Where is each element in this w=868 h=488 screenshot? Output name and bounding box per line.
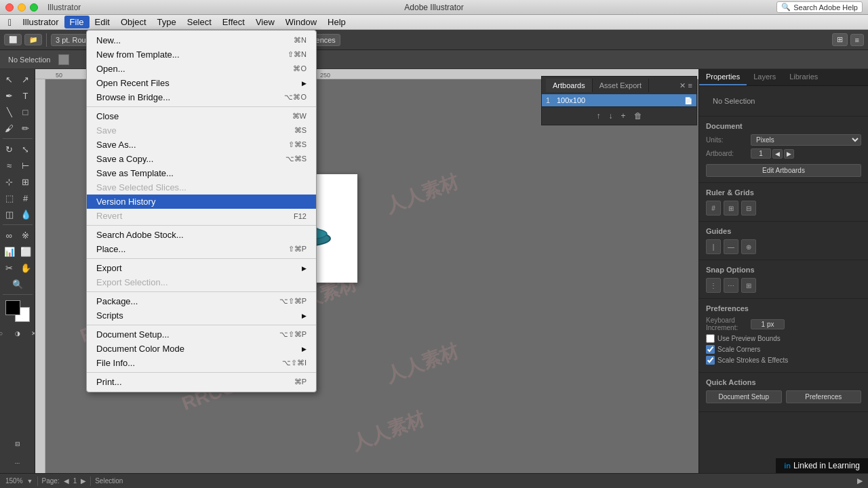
menu-item-print---[interactable]: Print...⌘P — [87, 375, 316, 389]
menu-item-version-history[interactable]: Version History — [87, 195, 316, 209]
shape-tool[interactable]: □ — [18, 104, 33, 119]
screen-mode-btn[interactable]: ⊟ — [10, 436, 25, 451]
move-up-btn[interactable]: ↑ — [593, 110, 603, 122]
pen-tool[interactable]: ✒ — [2, 88, 17, 103]
artboard-input[interactable] — [751, 148, 771, 159]
shape-builder-tool[interactable]: ⊞ — [18, 174, 33, 189]
artboard-next-btn[interactable]: ▶ — [784, 149, 794, 159]
menu-item-browse-in-bridge---[interactable]: Browse in Bridge...⌥⌘O — [87, 90, 316, 104]
menu-item-open-recent-files[interactable]: Open Recent Files▶ — [87, 76, 316, 90]
ruler-grid-icon-2[interactable]: ⊞ — [724, 201, 738, 216]
layers-tab[interactable]: Layers — [747, 69, 783, 85]
properties-tab[interactable]: Properties — [699, 69, 747, 85]
slice-tool[interactable]: ✂ — [2, 260, 17, 275]
menu-item-save-as---[interactable]: Save As...⇧⌘S — [87, 138, 316, 152]
guide-icon-2[interactable]: — — [724, 239, 738, 254]
menu-illustrator[interactable]: Illustrator — [17, 16, 64, 28]
scale-strokes-checkbox[interactable] — [706, 356, 715, 365]
menu-item-document-color-mode[interactable]: Document Color Mode▶ — [87, 342, 316, 356]
more-tools-btn[interactable]: ··· — [10, 455, 25, 470]
toolbar-open[interactable]: 📁 — [24, 34, 42, 45]
rotate-tool[interactable]: ↻ — [2, 142, 17, 157]
foreground-color-box[interactable] — [5, 300, 20, 315]
play-btn[interactable]: ▶ — [857, 476, 863, 485]
keyboard-increment-input[interactable] — [751, 319, 785, 329]
arrange-btn[interactable]: ⊞ — [832, 33, 848, 46]
panel-menu-btn[interactable]: ≡ — [688, 81, 692, 89]
snap-icon-3[interactable]: ⊞ — [741, 278, 756, 293]
gradient-mode-btn[interactable]: ◑ — [10, 326, 25, 341]
menu-help[interactable]: Help — [322, 16, 351, 28]
asset-export-tab[interactable]: Asset Export — [593, 79, 649, 92]
menu-window[interactable]: Window — [280, 16, 322, 28]
units-select[interactable]: Pixels — [751, 134, 861, 146]
menu-item-package---[interactable]: Package...⌥⇧⌘P — [87, 294, 316, 308]
menu-item-document-setup---[interactable]: Document Setup...⌥⇧⌘P — [87, 327, 316, 342]
blend-tool[interactable]: ∞ — [2, 228, 17, 243]
ruler-grid-icon-3[interactable]: ⊟ — [741, 201, 756, 216]
snap-icon-2[interactable]: ⋯ — [724, 278, 738, 293]
symbol-tool[interactable]: ※ — [18, 228, 33, 243]
line-tool[interactable]: ╲ — [2, 104, 17, 119]
menu-select[interactable]: Select — [182, 16, 217, 28]
menu-item-open---[interactable]: Open...⌘O — [87, 62, 316, 76]
menu-item-export[interactable]: Export▶ — [87, 261, 316, 275]
menu-effect[interactable]: Effect — [217, 16, 250, 28]
apple-menu[interactable]:  — [3, 16, 17, 29]
close-button[interactable] — [5, 3, 14, 12]
menu-view[interactable]: View — [250, 16, 280, 28]
menu-item-save-a-copy---[interactable]: Save a Copy...⌥⌘S — [87, 152, 316, 166]
guide-icon-3[interactable]: ⊕ — [741, 239, 756, 254]
ruler-grid-icon-1[interactable]: # — [706, 201, 721, 216]
eyedropper-tool[interactable]: 💧 — [18, 207, 33, 222]
column-graph-tool[interactable]: 📊 — [2, 244, 17, 259]
menu-object[interactable]: Object — [115, 16, 152, 28]
menu-item-close[interactable]: Close⌘W — [87, 109, 316, 123]
snap-icon-1[interactable]: ⋮ — [706, 278, 721, 293]
direct-selection-tool[interactable]: ↗ — [18, 72, 33, 87]
delete-artboard-btn[interactable]: 🗑 — [631, 110, 645, 122]
menu-item-new---[interactable]: New...⌘N — [87, 33, 316, 47]
quick-preferences-btn[interactable]: Preferences — [786, 390, 862, 403]
artboard-prev-btn[interactable]: ◀ — [772, 149, 783, 159]
none-mode-btn[interactable]: ✕ — [26, 326, 36, 341]
toolbar-new[interactable]: ⬜ — [4, 34, 22, 45]
menu-item-scripts[interactable]: Scripts▶ — [87, 308, 316, 323]
type-tool[interactable]: T — [18, 88, 33, 103]
search-bar[interactable]: 🔍 Search Adobe Help — [776, 1, 863, 13]
pencil-tool[interactable]: ✏ — [18, 121, 33, 136]
use-preview-bounds-checkbox[interactable] — [706, 334, 715, 343]
page-prev-btn[interactable]: ◀ — [64, 477, 69, 485]
perspective-tool[interactable]: ⬚ — [2, 190, 17, 205]
menu-item-new-from-template---[interactable]: New from Template...⇧⌘N — [87, 47, 316, 62]
artboards-tab[interactable]: Artboards — [546, 79, 593, 92]
mesh-tool[interactable]: # — [18, 190, 33, 205]
artboard-row-1[interactable]: 1 100x100 📄 — [542, 94, 696, 106]
gradient-tool[interactable]: ◫ — [2, 207, 17, 222]
artboard-tool[interactable]: ⬜ — [18, 244, 33, 259]
color-mode-btn[interactable]: ○ — [0, 326, 9, 341]
move-down-btn[interactable]: ↓ — [606, 110, 615, 122]
selection-tool[interactable]: ↖ — [2, 72, 17, 87]
edit-artboards-btn[interactable]: Edit Artboards — [706, 164, 861, 177]
width-tool[interactable]: ⊢ — [18, 158, 33, 173]
panel-close-btn[interactable]: ✕ — [679, 81, 686, 90]
minimize-button[interactable] — [18, 3, 26, 12]
paintbrush-tool[interactable]: 🖌 — [2, 121, 17, 136]
page-next-btn[interactable]: ▶ — [81, 477, 86, 485]
guide-icon-1[interactable]: | — [706, 239, 721, 254]
hand-tool[interactable]: ✋ — [18, 260, 33, 275]
scale-corners-checkbox[interactable] — [706, 345, 715, 354]
add-artboard-btn[interactable]: + — [618, 110, 628, 122]
menu-type[interactable]: Type — [152, 16, 182, 28]
scale-tool[interactable]: ⤡ — [18, 142, 33, 157]
menu-item-file-info---[interactable]: File Info...⌥⇧⌘I — [87, 356, 316, 370]
align-btn[interactable]: ≡ — [850, 34, 864, 46]
zoom-tool[interactable]: 🔍 — [10, 277, 25, 291]
menu-file[interactable]: File — [64, 16, 90, 28]
menu-item-place---[interactable]: Place...⇧⌘P — [87, 242, 316, 256]
libraries-tab[interactable]: Libraries — [783, 69, 825, 85]
menu-item-save-as-template---[interactable]: Save as Template... — [87, 166, 316, 180]
maximize-button[interactable] — [30, 3, 38, 12]
quick-document-setup-btn[interactable]: Document Setup — [706, 390, 782, 403]
